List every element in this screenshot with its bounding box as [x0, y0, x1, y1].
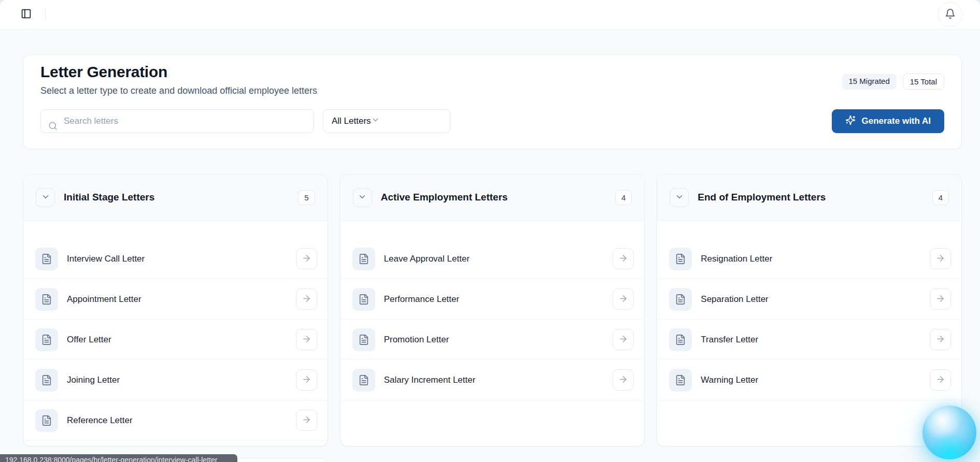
- open-letter-button[interactable]: [296, 288, 317, 310]
- category-count-badge: 4: [615, 190, 632, 205]
- open-letter-button[interactable]: [613, 248, 634, 269]
- open-letter-button[interactable]: [613, 329, 634, 350]
- generate-button-label: Generate with AI: [861, 116, 931, 126]
- letter-list-item[interactable]: Transfer Letter: [657, 320, 961, 360]
- category-letter-list: Resignation Letter Separation Letter Tra…: [657, 221, 961, 446]
- letter-list-item[interactable]: Warning Letter: [657, 360, 961, 400]
- arrow-right-icon: [302, 294, 311, 305]
- sidebar-toggle-button[interactable]: [21, 8, 32, 21]
- arrow-right-icon: [935, 253, 945, 265]
- category-collapse-button[interactable]: [353, 188, 372, 207]
- arrow-right-icon: [302, 374, 311, 386]
- topbar-divider: [45, 8, 46, 21]
- chevron-down-icon: [675, 192, 684, 203]
- arrow-right-icon: [302, 334, 311, 345]
- arrow-right-icon: [935, 294, 945, 305]
- category-letter-list: Interview Call Letter Appointment Letter…: [23, 221, 328, 446]
- file-text-icon: [352, 248, 375, 270]
- arrow-right-icon: [302, 415, 311, 426]
- category-header: End of Employment Letters 4: [657, 175, 961, 221]
- letter-categories-grid: Initial Stage Letters 5 Interview Call L…: [23, 174, 962, 446]
- letter-type-filter-select[interactable]: All Letters: [323, 109, 450, 133]
- open-letter-button[interactable]: [296, 369, 317, 391]
- filter-selected-value: All Letters: [332, 116, 371, 126]
- letter-list-item[interactable]: Appointment Letter: [23, 279, 328, 320]
- category-collapse-button[interactable]: [670, 188, 689, 207]
- open-letter-button[interactable]: [296, 410, 317, 431]
- letter-name: Offer Letter: [67, 335, 111, 345]
- letter-name: Separation Letter: [701, 294, 768, 305]
- letter-name: Appointment Letter: [67, 294, 141, 305]
- open-letter-button[interactable]: [296, 329, 317, 350]
- letter-list-item[interactable]: Promotion Letter: [340, 320, 645, 360]
- open-letter-button[interactable]: [930, 329, 951, 350]
- open-letter-button[interactable]: [613, 288, 634, 310]
- letter-list-item[interactable]: Leave Approval Letter: [340, 239, 645, 279]
- chevron-down-icon: [41, 192, 50, 203]
- letter-list-item[interactable]: Salary Increment Letter: [340, 360, 645, 400]
- migrated-count-badge: 15 Migrated: [842, 74, 897, 90]
- topbar: [0, 0, 980, 30]
- chevron-down-icon: [371, 116, 380, 127]
- arrow-right-icon: [935, 374, 945, 386]
- file-text-icon: [35, 288, 58, 311]
- main-content: 15 Migrated 15 Total Letter Generation S…: [0, 30, 980, 446]
- search-letters-box: [40, 109, 314, 133]
- letter-name: Salary Increment Letter: [384, 375, 476, 385]
- category-title: Active Employment Letters: [381, 192, 508, 203]
- ai-assistant-bubble[interactable]: [922, 406, 976, 459]
- open-letter-button[interactable]: [930, 369, 951, 391]
- file-text-icon: [35, 369, 58, 392]
- file-text-icon: [669, 288, 692, 311]
- file-text-icon: [352, 328, 375, 351]
- open-letter-button[interactable]: [613, 369, 634, 391]
- file-text-icon: [352, 369, 375, 392]
- letter-name: Promotion Letter: [384, 335, 449, 345]
- notifications-button[interactable]: [938, 2, 962, 27]
- page-subtitle: Select a letter type to create and downl…: [40, 85, 944, 96]
- category-title: End of Employment Letters: [698, 192, 826, 203]
- letter-name: Interview Call Letter: [67, 254, 145, 264]
- app-window: 15 Migrated 15 Total Letter Generation S…: [0, 0, 980, 462]
- letter-name: Leave Approval Letter: [384, 254, 470, 264]
- letter-category-card: End of Employment Letters 4 Resignation …: [657, 174, 962, 446]
- open-letter-button[interactable]: [296, 248, 317, 269]
- arrow-right-icon: [618, 334, 628, 345]
- file-text-icon: [35, 248, 58, 270]
- file-text-icon: [352, 288, 375, 311]
- status-url-text: 192.168.0.238:8000/pages/hr/letter-gener…: [0, 454, 237, 462]
- letter-list-item[interactable]: Offer Letter: [23, 320, 328, 360]
- letter-list-item[interactable]: Performance Letter: [340, 279, 645, 320]
- letter-list-item[interactable]: Interview Call Letter: [23, 239, 328, 279]
- panel-left-icon: [21, 8, 32, 21]
- sparkles-icon: [845, 115, 856, 128]
- toolbar: All Letters Generate with AI: [40, 109, 944, 133]
- file-text-icon: [669, 248, 692, 270]
- letter-name: Warning Letter: [701, 375, 758, 385]
- open-letter-button[interactable]: [930, 288, 951, 310]
- file-text-icon: [669, 369, 692, 392]
- arrow-right-icon: [935, 334, 945, 345]
- arrow-right-icon: [618, 374, 628, 386]
- arrow-right-icon: [302, 253, 311, 265]
- category-count-badge: 5: [298, 190, 315, 205]
- letter-list-item[interactable]: Reference Letter: [23, 400, 328, 441]
- letter-category-card: Initial Stage Letters 5 Interview Call L…: [23, 174, 328, 446]
- generate-with-ai-button[interactable]: Generate with AI: [832, 109, 944, 133]
- search-input[interactable]: [41, 110, 314, 133]
- file-text-icon: [669, 328, 692, 351]
- letter-category-card: Active Employment Letters 4 Leave Approv…: [340, 174, 645, 446]
- letter-list-item[interactable]: Resignation Letter: [657, 239, 961, 279]
- letter-name: Transfer Letter: [701, 335, 758, 345]
- category-collapse-button[interactable]: [36, 188, 55, 207]
- category-header: Active Employment Letters 4: [340, 175, 645, 221]
- letter-list-item[interactable]: Joining Letter: [23, 360, 328, 400]
- category-count-badge: 4: [932, 190, 949, 205]
- category-header: Initial Stage Letters 5: [23, 175, 328, 221]
- open-letter-button[interactable]: [930, 248, 951, 269]
- letter-list-item[interactable]: Separation Letter: [657, 279, 961, 320]
- header-badges: 15 Migrated 15 Total: [842, 74, 944, 90]
- letter-name: Resignation Letter: [701, 254, 772, 264]
- arrow-right-icon: [618, 294, 628, 305]
- page-title: Letter Generation: [40, 63, 944, 81]
